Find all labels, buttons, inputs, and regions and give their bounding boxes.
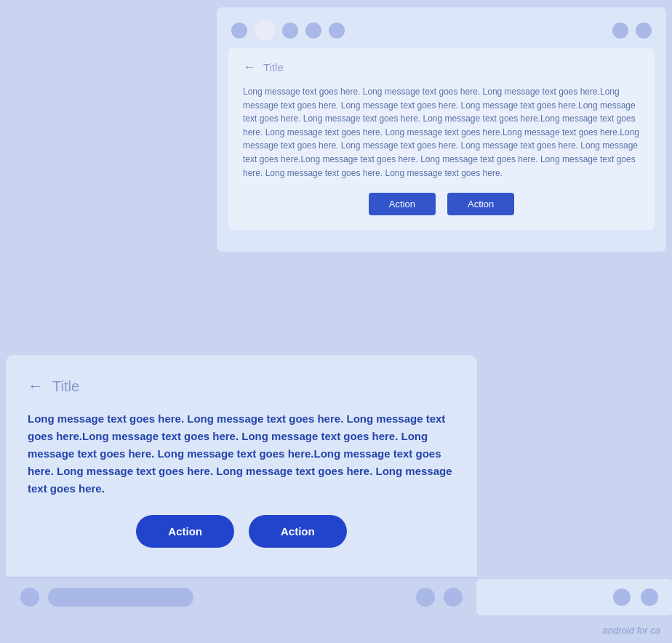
bottom-action-button-1[interactable]: Action (136, 515, 234, 548)
top-title-row: ← Title (243, 60, 640, 75)
back-arrow-icon[interactable]: ← (243, 60, 256, 75)
dot-right-2 (636, 23, 652, 39)
top-action-button-2[interactable]: Action (447, 193, 514, 215)
back-arrow-bottom-icon[interactable]: ← (28, 377, 44, 396)
footer-dot-right-1 (416, 588, 435, 607)
footer-left-content (20, 588, 193, 607)
dot-right-1 (612, 23, 628, 39)
bottom-action-button-2[interactable]: Action (249, 515, 347, 548)
bottom-title-row: ← Title (28, 377, 455, 396)
bottom-card-footer (6, 577, 477, 617)
dot-4 (305, 23, 321, 39)
bottom-card-button-row: Action Action (28, 515, 455, 548)
top-card-header (217, 7, 666, 48)
bottom-card-title: Title (52, 378, 79, 395)
footer-right-content (416, 588, 463, 607)
top-card-body: Long message text goes here. Long messag… (243, 85, 640, 180)
top-action-button-1[interactable]: Action (369, 193, 436, 215)
top-card-button-row: Action Action (243, 193, 640, 215)
top-card: ← Title Long message text goes here. Lon… (217, 7, 666, 252)
right-panel-dot-2 (641, 588, 658, 606)
footer-dot (20, 588, 39, 607)
top-dot-row (231, 20, 345, 41)
bottom-card: ← Title Long message text goes here. Lon… (6, 355, 477, 617)
dot-2 (255, 20, 275, 41)
top-right-dots (612, 23, 652, 39)
dot-3 (282, 23, 298, 39)
bottom-card-content: ← Title Long message text goes here. Lon… (6, 355, 477, 577)
bottom-card-body: Long message text goes here. Long messag… (28, 410, 455, 498)
watermark: android for ca (603, 625, 661, 636)
dot-1 (231, 23, 247, 39)
right-panel (476, 579, 672, 615)
top-card-title: Title (263, 61, 284, 73)
top-card-content: ← Title Long message text goes here. Lon… (228, 48, 655, 230)
footer-dot-right-2 (444, 588, 463, 607)
footer-pill (48, 588, 193, 607)
right-panel-dot-1 (613, 588, 631, 606)
dot-5 (329, 23, 345, 39)
